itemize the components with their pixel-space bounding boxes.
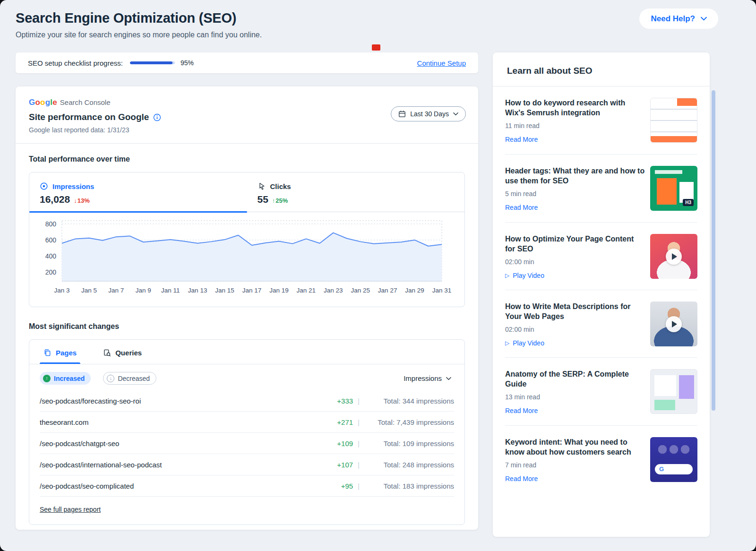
clicks-value: 55 <box>258 194 268 205</box>
article-item: How to do keyword research with Wix's Se… <box>505 86 697 154</box>
pages-icon <box>43 349 52 357</box>
sidebar-scrollbar[interactable] <box>712 90 715 411</box>
table-row[interactable]: /seo-podcast/forecasting-seo-roi +333 | … <box>40 390 454 412</box>
changes-filters-row: Increased Decreased Impressions <box>29 364 464 390</box>
continue-setup-link[interactable]: Continue Setup <box>417 59 466 67</box>
info-icon[interactable] <box>153 113 161 121</box>
table-row[interactable]: /seo-podcast/international-seo-podcast +… <box>40 454 454 475</box>
need-help-button[interactable]: Need Help? <box>639 9 718 29</box>
svg-text:800: 800 <box>45 220 57 228</box>
clicks-label: Clicks <box>270 182 291 190</box>
separator: | <box>358 418 360 426</box>
tab-queries[interactable]: Queries <box>99 340 146 364</box>
separator: | <box>358 461 360 469</box>
article-title: Keyword intent: What you need to know ab… <box>505 437 645 457</box>
article-action-label: Play Video <box>513 339 544 347</box>
article-title: How to do keyword research with Wix's Se… <box>505 98 645 118</box>
site-performance-card: Google Search Console Site performance o… <box>16 86 478 530</box>
checklist-progress-label: SEO setup checklist progress: <box>28 59 123 67</box>
article-thumbnail[interactable] <box>650 234 697 279</box>
article-text: How to Write Meta Descriptions for Your … <box>505 301 645 347</box>
metric-tabs: Impressions 16,028 13% Clicks <box>29 172 464 212</box>
table-row[interactable]: /seo-podcast/chatgpt-seo +109 | Total: 1… <box>40 433 454 454</box>
article-meta: 02:00 min <box>505 258 645 266</box>
article-action-label: Read More <box>505 407 538 414</box>
trend-up-arrow-icon <box>272 197 275 204</box>
change-value: +109 <box>325 439 353 448</box>
article-action-link[interactable]: Read More <box>505 475 538 482</box>
article-thumbnail[interactable] <box>650 301 697 346</box>
article-item: Header tags: What they are and how to us… <box>505 154 697 222</box>
tab-pages[interactable]: Pages <box>40 340 80 364</box>
chevron-down-icon <box>701 17 707 21</box>
article-action-link[interactable]: Read More <box>505 136 538 143</box>
change-value: +95 <box>325 482 353 490</box>
filter-increased-chip[interactable]: Increased <box>40 372 91 385</box>
page-path: theseorant.com <box>40 418 325 426</box>
svg-text:Jan 5: Jan 5 <box>81 287 97 294</box>
sort-by-impressions-dropdown[interactable]: Impressions <box>401 374 454 383</box>
article-action-link[interactable]: Play Video <box>505 272 544 279</box>
significant-changes-card: Pages Queries Increased <box>29 339 465 525</box>
article-text: Anatomy of the SERP: A Complete Guide 13… <box>505 369 645 415</box>
seo-dashboard-page: Search Engine Optimization (SEO) Optimiz… <box>0 0 756 551</box>
performance-title: Site performance on Google <box>29 112 149 122</box>
learn-sidebar: Learn all about SEO How to do keyword re… <box>493 52 710 537</box>
svg-text:Jan 11: Jan 11 <box>161 287 180 294</box>
impressions-label: Impressions <box>52 182 94 190</box>
google-logo: Google <box>29 98 57 107</box>
article-title: How to Optimize Your Page Content for SE… <box>505 234 645 254</box>
table-row[interactable]: /seo-podcast/seo-complicated +95 | Total… <box>40 475 454 497</box>
total-performance-section: Total performance over time Impressions … <box>16 144 478 307</box>
article-thumbnail[interactable] <box>650 98 697 143</box>
article-action-link[interactable]: Play Video <box>505 339 544 347</box>
table-row[interactable]: theseorant.com +271 | Total: 7,439 impre… <box>40 412 454 433</box>
checklist-progress-fill <box>130 61 172 64</box>
chevron-down-icon <box>453 112 458 116</box>
article-item: How to Write Meta Descriptions for Your … <box>505 290 697 357</box>
learn-sidebar-card: Learn all about SEO How to do keyword re… <box>493 52 710 537</box>
performance-chart-card: Impressions 16,028 13% Clicks <box>29 172 465 307</box>
article-action-link[interactable]: Read More <box>505 407 538 414</box>
clicks-trend: 25% <box>272 197 288 204</box>
significant-changes-section: Most significant changes Pages Queries <box>16 307 478 525</box>
separator: | <box>358 397 360 405</box>
article-thumbnail[interactable] <box>650 437 697 482</box>
svg-text:200: 200 <box>45 268 57 276</box>
impressions-metric-tab[interactable]: Impressions 16,028 13% <box>29 172 247 212</box>
article-meta: 11 min read <box>505 122 645 129</box>
clicks-metric-tab[interactable]: Clicks 55 25% <box>247 172 465 212</box>
article-item: Anatomy of the SERP: A Complete Guide 13… <box>505 357 697 425</box>
article-meta: 13 min read <box>505 393 645 401</box>
need-help-label: Need Help? <box>651 14 695 24</box>
decrease-arrow-icon <box>107 375 114 382</box>
main-column: SEO setup checklist progress: 95% Contin… <box>16 52 478 530</box>
significant-changes-title: Most significant changes <box>29 322 465 331</box>
changes-tabs: Pages Queries <box>29 340 464 364</box>
total-impressions: Total: 183 impressions <box>364 482 454 490</box>
article-action-link[interactable]: Read More <box>505 204 538 211</box>
filter-decreased-chip[interactable]: Decreased <box>103 372 156 385</box>
svg-text:Jan 19: Jan 19 <box>269 287 289 294</box>
svg-text:Jan 23: Jan 23 <box>324 287 343 294</box>
page-subtitle: Optimize your site for search engines so… <box>16 31 262 39</box>
article-thumbnail[interactable] <box>650 369 697 414</box>
content-columns: SEO setup checklist progress: 95% Contin… <box>0 52 756 537</box>
article-thumbnail[interactable] <box>650 166 697 211</box>
article-action-label: Read More <box>505 136 538 143</box>
checklist-progress-percent: 95% <box>180 59 194 67</box>
article-text: Header tags: What they are and how to us… <box>505 166 645 212</box>
total-impressions: Total: 109 impressions <box>364 439 454 448</box>
see-full-pages-report-link[interactable]: See full pages report <box>40 506 101 513</box>
date-range-dropdown[interactable]: Last 30 Days <box>391 106 466 121</box>
page-path: /seo-podcast/international-seo-podcast <box>40 461 325 469</box>
clicks-change: 25% <box>275 197 288 204</box>
red-marker <box>372 44 380 51</box>
filter-increased-label: Increased <box>54 375 85 382</box>
clicks-cursor-icon <box>258 182 266 190</box>
page-title: Search Engine Optimization (SEO) <box>16 10 262 26</box>
article-title: Header tags: What they are and how to us… <box>505 166 645 186</box>
video-play-overlay-icon <box>666 316 682 332</box>
chevron-down-icon <box>446 377 451 380</box>
change-value: +333 <box>325 397 353 405</box>
